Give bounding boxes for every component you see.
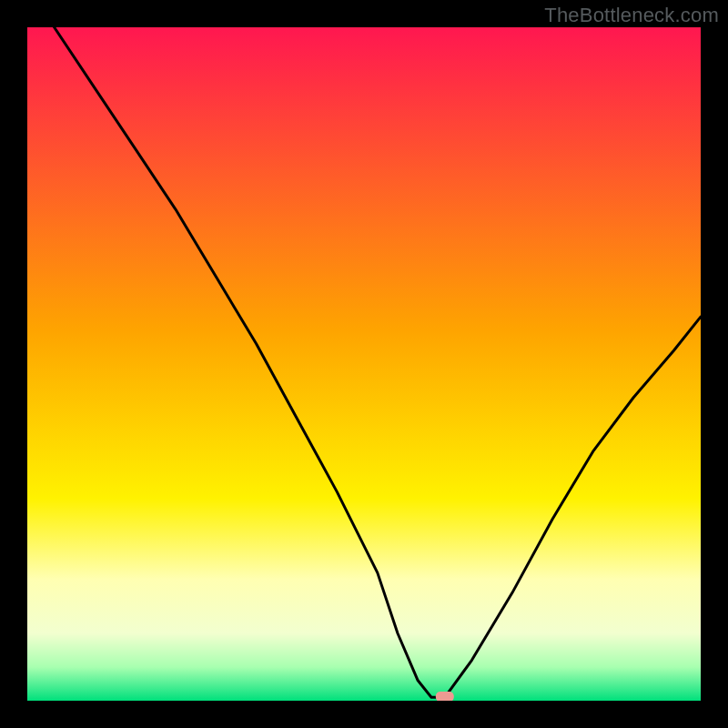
chart-frame: TheBottleneck.com [0, 0, 728, 728]
optimal-point-marker [436, 692, 454, 701]
plot-area [27, 27, 701, 701]
gradient-background [27, 27, 701, 701]
watermark-text: TheBottleneck.com [544, 4, 719, 27]
chart-svg [27, 27, 701, 701]
